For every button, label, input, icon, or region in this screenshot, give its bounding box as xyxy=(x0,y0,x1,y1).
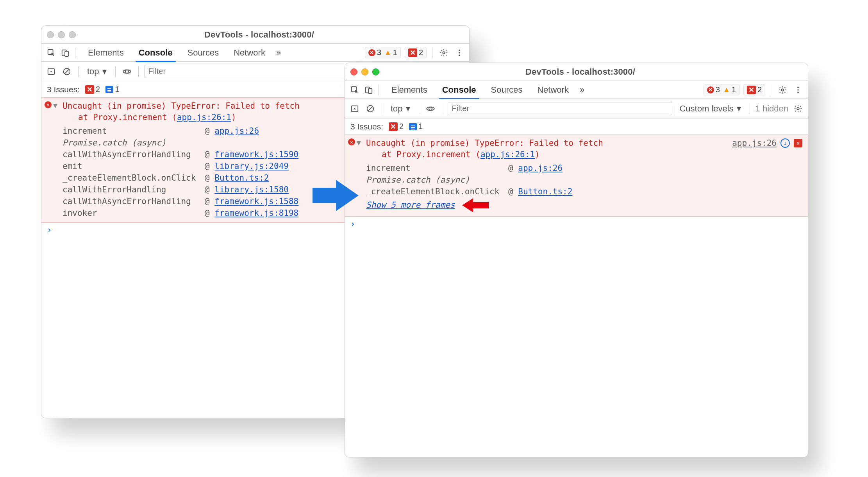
frame-at: @ Button.ts:2 xyxy=(205,173,269,183)
gear-icon[interactable] xyxy=(438,47,450,59)
issues-label: 3 Issues: xyxy=(350,122,383,131)
frame-source-link[interactable]: app.js:26 xyxy=(518,163,563,173)
console-prompt[interactable] xyxy=(345,217,808,231)
status-counts[interactable]: ✕ 3 ▲ 1 xyxy=(704,84,739,95)
svg-point-15 xyxy=(797,89,799,91)
window-title: DevTools - localhost:3000/ xyxy=(379,67,781,77)
error-count-badge: ✕ 3 xyxy=(707,85,720,94)
stack-frame: increment@ app.js:26 xyxy=(366,162,804,174)
live-expression-icon[interactable] xyxy=(121,66,133,77)
device-toggle-icon[interactable] xyxy=(363,84,375,96)
titlebar: DevTools - localhost:3000/ xyxy=(41,26,469,44)
tab-sources[interactable]: Sources xyxy=(485,81,529,99)
error-source-link[interactable]: app.js:26:1 xyxy=(177,113,231,122)
context-selector[interactable]: top xyxy=(84,65,110,78)
gear-icon[interactable] xyxy=(792,103,804,115)
frame-source-link[interactable]: library.js:2049 xyxy=(214,161,289,171)
svg-point-20 xyxy=(797,108,799,110)
frame-function: Promise.catch (async) xyxy=(366,175,503,185)
frame-source-link[interactable]: library.js:1580 xyxy=(214,185,289,194)
error-icon xyxy=(45,101,52,108)
svg-point-3 xyxy=(443,52,445,54)
device-toggle-icon[interactable] xyxy=(59,47,71,59)
tab-elements[interactable]: Elements xyxy=(385,81,434,99)
restart-frame-icon[interactable]: ↓ xyxy=(780,138,790,148)
issue-counts[interactable]: ✕ 2 xyxy=(405,47,427,58)
frame-function: increment xyxy=(366,163,503,173)
inspect-icon[interactable] xyxy=(45,47,57,59)
frame-source-link[interactable]: Button.ts:2 xyxy=(518,187,572,196)
svg-point-5 xyxy=(459,52,460,54)
clear-console-icon[interactable] xyxy=(364,103,376,115)
window-title: DevTools - localhost:3000/ xyxy=(76,30,443,40)
expand-toggle[interactable]: ▼ xyxy=(53,101,57,109)
tabs-overflow[interactable]: » xyxy=(274,48,283,58)
arrow-red-icon xyxy=(461,197,489,213)
devtools-window-after: DevTools - localhost:3000/ Elements Cons… xyxy=(345,63,808,457)
error-icon xyxy=(348,138,355,145)
svg-point-16 xyxy=(797,91,799,93)
frame-function: callWithErrorHandling xyxy=(63,185,199,194)
frame-source-link[interactable]: framework.js:1590 xyxy=(214,150,298,159)
frame-function: callWithAsyncErrorHandling xyxy=(63,150,199,159)
frame-function: emit xyxy=(63,161,199,171)
issues-info-count: 1 xyxy=(409,122,423,131)
close-dot[interactable] xyxy=(350,68,357,75)
issues-info-count: 1 xyxy=(105,85,119,94)
clear-console-icon[interactable] xyxy=(61,66,73,77)
traffic-lights xyxy=(350,68,379,75)
log-levels-selector[interactable]: Custom levels xyxy=(676,102,744,115)
zoom-dot[interactable] xyxy=(69,31,76,38)
gear-icon[interactable] xyxy=(777,84,788,96)
tabbar: Elements Console Sources Network » ✕ 3 ▲… xyxy=(345,81,808,99)
minimize-dot[interactable] xyxy=(58,31,65,38)
tab-network[interactable]: Network xyxy=(531,81,575,99)
minimize-dot[interactable] xyxy=(361,68,368,75)
issues-bar[interactable]: 3 Issues: ✕ 2 1 xyxy=(345,118,808,135)
tabs-overflow[interactable]: » xyxy=(577,85,587,95)
live-expression-icon[interactable] xyxy=(425,103,436,115)
console-output: ▼ app.js:26 ↓ Uncaught (in promise) Type… xyxy=(345,135,808,457)
warning-count-badge: ▲ 1 xyxy=(723,85,736,94)
drawer-toggle-icon[interactable] xyxy=(45,66,57,77)
context-selector[interactable]: top xyxy=(388,102,413,115)
titlebar: DevTools - localhost:3000/ xyxy=(345,63,808,81)
error-source-link-top[interactable]: app.js:26 xyxy=(732,138,777,148)
frame-at: @ app.js:26 xyxy=(205,126,259,136)
tab-console[interactable]: Console xyxy=(132,44,179,62)
frame-source-link[interactable]: Button.ts:2 xyxy=(214,173,269,183)
frame-source-link[interactable]: app.js:26 xyxy=(214,126,259,136)
issues-label: 3 Issues: xyxy=(47,85,80,94)
issue-counts[interactable]: ✕ 2 xyxy=(743,84,765,95)
stack-frames: increment@ app.js:26Promise.catch (async… xyxy=(357,161,804,197)
frame-function: callWithAsyncErrorHandling xyxy=(63,197,199,206)
zoom-dot[interactable] xyxy=(372,68,379,75)
status-counts[interactable]: ✕ 3 ▲ 1 xyxy=(365,47,401,58)
svg-point-14 xyxy=(797,86,799,88)
issues-error-count: ✕ 2 xyxy=(85,85,100,94)
error-message[interactable]: ▼ app.js:26 ↓ Uncaught (in promise) Type… xyxy=(345,135,808,217)
drawer-toggle-icon[interactable] xyxy=(349,103,361,115)
stack-frame: _createElementBlock.onClick@ Button.ts:2 xyxy=(366,186,804,197)
error-source-link[interactable]: app.js:26:1 xyxy=(480,150,535,159)
tab-sources[interactable]: Sources xyxy=(181,44,225,62)
kebab-icon[interactable] xyxy=(792,84,804,96)
frame-source-link[interactable]: framework.js:1588 xyxy=(214,197,298,206)
warning-count-badge: ▲ 1 xyxy=(384,48,397,57)
feedback-icon[interactable] xyxy=(794,139,802,147)
tab-elements[interactable]: Elements xyxy=(82,44,130,62)
frame-source-link[interactable]: framework.js:8198 xyxy=(214,208,298,218)
hidden-count[interactable]: 1 hidden xyxy=(755,104,788,114)
kebab-icon[interactable] xyxy=(454,47,465,59)
show-more-frames-link[interactable]: Show 5 more frames xyxy=(357,198,455,210)
tab-console[interactable]: Console xyxy=(436,81,482,99)
inspect-icon[interactable] xyxy=(349,84,361,96)
filter-input[interactable] xyxy=(448,102,673,115)
frame-function: _createElementBlock.onClick xyxy=(63,173,199,183)
tab-network[interactable]: Network xyxy=(227,44,271,62)
close-dot[interactable] xyxy=(47,31,54,38)
frame-function: _createElementBlock.onClick xyxy=(366,187,503,196)
expand-toggle[interactable]: ▼ xyxy=(357,138,361,147)
console-toolbar: top Custom levels 1 hidden xyxy=(345,99,808,118)
traffic-lights xyxy=(47,31,76,38)
